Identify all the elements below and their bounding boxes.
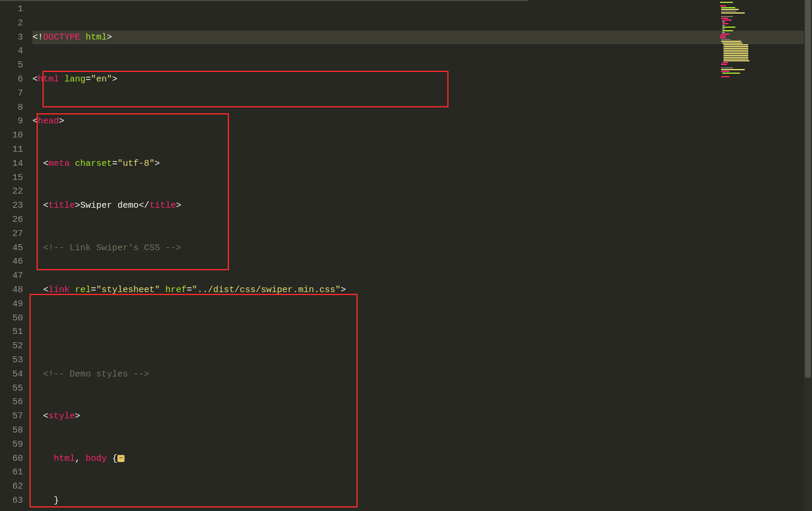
line-number: 52 [0, 339, 23, 353]
line-number: 15 [0, 171, 23, 185]
line-number: 50 [0, 312, 23, 326]
line-number: 4 [0, 44, 23, 58]
code-line[interactable]: <link rel="stylesheet" href="../dist/css… [32, 283, 812, 297]
line-number: 60 [0, 452, 23, 466]
code-line[interactable]: <!-- Link Swiper's CSS --> [32, 241, 812, 255]
line-number-gutter: 1 2 3 4 5 6 7 8 9 10 11 14 15 22 23 26 2… [0, 0, 32, 511]
line-number: 63 [0, 494, 23, 508]
code-line[interactable]: <!DOCTYPE html> [32, 31, 812, 45]
line-number: 51 [0, 325, 23, 339]
code-line[interactable]: <!-- Demo styles --> [32, 368, 812, 382]
line-number: 57 [0, 410, 23, 424]
code-line[interactable]: } [32, 494, 812, 508]
line-number: 62 [0, 480, 23, 494]
code-line[interactable]: <style> [32, 410, 812, 424]
code-line[interactable] [32, 325, 812, 339]
line-number: 27 [0, 227, 23, 241]
line-number: 58 [0, 424, 23, 438]
line-number: 56 [0, 395, 23, 410]
line-number: 23 [0, 199, 23, 213]
line-number: 10 [0, 129, 23, 143]
line-number: 53 [0, 353, 23, 368]
line-number: 49 [0, 297, 23, 312]
top-ruler [0, 0, 528, 1]
code-line[interactable]: html, body {⋯ [32, 452, 812, 466]
line-number: 6 [0, 73, 23, 87]
line-number: 45 [0, 241, 23, 255]
code-area[interactable]: <!DOCTYPE html> <html lang="en"> <head> … [32, 0, 812, 511]
code-line[interactable]: <head> [32, 114, 812, 129]
line-number: 47 [0, 269, 23, 283]
line-number: 46 [0, 255, 23, 269]
line-number: 61 [0, 466, 23, 480]
line-number: 55 [0, 382, 23, 396]
line-number: 22 [0, 185, 23, 199]
line-number: 26 [0, 213, 23, 227]
line-number: 59 [0, 438, 23, 452]
line-number: 1 [0, 2, 23, 17]
line-number: 54 [0, 368, 23, 382]
line-number: 9 [0, 114, 23, 129]
vertical-scrollbar[interactable] [804, 0, 812, 511]
fold-marker-icon[interactable]: ⋯ [117, 455, 125, 462]
line-number: 3 [0, 31, 23, 45]
code-line[interactable]: <html lang="en"> [32, 73, 812, 87]
code-line[interactable]: <meta charset="utf-8"> [32, 157, 812, 171]
line-number: 5 [0, 58, 23, 73]
line-number: 48 [0, 283, 23, 297]
code-line[interactable]: <title>Swiper demo</title> [32, 199, 812, 213]
editor-container: 1 2 3 4 5 6 7 8 9 10 11 14 15 22 23 26 2… [0, 0, 812, 511]
line-number: 8 [0, 101, 23, 115]
line-number: 14 [0, 157, 23, 171]
line-number: 2 [0, 17, 23, 31]
line-number: 7 [0, 87, 23, 101]
line-number: 11 [0, 143, 23, 157]
scrollbar-thumb[interactable] [805, 0, 811, 378]
